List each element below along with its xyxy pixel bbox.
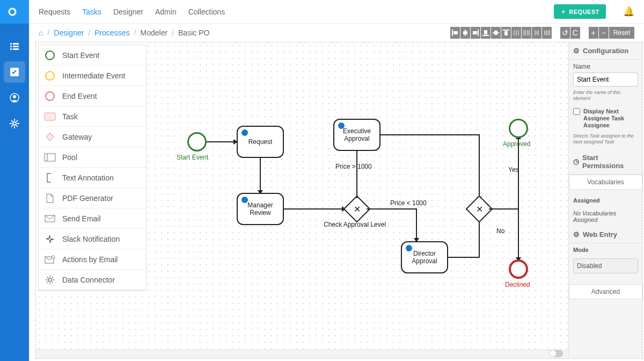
flow-dir-g2-v [479,219,480,258]
nav-designer[interactable]: Designer [113,8,143,16]
mode-label: Mode [569,243,642,256]
svg-rect-49 [46,133,54,140]
name-hint: Enter the name of this element [569,88,642,106]
task-label: Director Approval [402,250,447,265]
zoom-out-button[interactable]: − [599,27,609,39]
dist-h-button[interactable] [511,27,521,39]
user-icon: ◷ [573,157,579,165]
bpmn-task-director[interactable]: Director Approval [401,241,448,273]
notifications-icon[interactable]: 🔔 [623,6,634,17]
nav-admin[interactable]: Admin [155,8,177,16]
bpmn-end-declined[interactable] [509,259,528,279]
palette-actions-email[interactable]: Actions by Email [39,249,146,270]
palette-pool[interactable]: Pool [39,147,146,168]
flow-exec-g2-v [479,134,480,197]
svg-line-65 [52,281,53,283]
start-permissions-header[interactable]: ◷Start Permissions [569,149,642,175]
align-hcenter-button[interactable] [460,27,470,39]
svg-rect-3 [10,46,12,47]
align-right-button[interactable] [471,27,480,39]
palette-label: Gateway [62,133,92,141]
bpmn-task-manager[interactable]: Manager Review [237,193,284,225]
crumb-designer[interactable]: Designer [54,28,84,37]
palette-end-event[interactable]: End Event [39,86,146,106]
user-badge-icon [241,129,248,136]
svg-rect-56 [50,239,54,240]
crumb-modeler: Modeler [141,28,168,37]
palette-gateway[interactable]: Gateway [39,127,146,147]
user-badge-icon [338,122,345,129]
palette-slack[interactable]: Slack Notification [39,229,146,249]
bpmn-end-approved[interactable] [509,119,528,138]
display-next-checkbox[interactable] [573,108,580,115]
palette-send-email[interactable]: Send Email [39,208,146,229]
align-vcenter-button[interactable] [491,27,501,39]
display-next-checkbox-row[interactable]: Display Next Assignee Task Assignee [569,106,642,132]
palette-task[interactable]: Task [39,106,146,127]
svg-rect-4 [13,46,19,47]
svg-rect-20 [453,31,458,34]
svg-point-9 [13,95,16,98]
flow-g1-dir-v [416,208,417,238]
align-bottom-button[interactable] [481,27,491,39]
align-left-button[interactable] [450,27,460,39]
palette-label: Send Email [62,214,101,223]
display-next-label: Display Next Assignee Task Assignee [583,108,638,129]
breadcrumb-home-icon[interactable]: ⌂ [39,28,43,37]
palette-data-connector[interactable]: Data Connector [39,270,146,290]
flow-g2-split-h [489,208,519,210]
web-entry-label: Web Entry [583,230,617,239]
request-button[interactable]: ＋ REQUEST [554,4,606,19]
mail-action-icon [44,255,56,264]
rail-item-settings[interactable] [4,113,25,134]
bpmn-task-exec[interactable]: Executive Approval [333,119,380,151]
nav-tasks[interactable]: Tasks [82,8,101,16]
svg-point-46 [46,71,54,80]
palette-label: Start Event [62,51,99,60]
rail-item-tasks[interactable] [4,61,25,83]
nav-requests[interactable]: Requests [39,8,70,16]
palette-text-annotation[interactable]: Text Annotation [39,168,146,188]
mail-icon [44,215,56,222]
vocabularies-tab[interactable]: Vocabularies [569,175,642,190]
zoom-reset-button[interactable]: Reset [609,27,634,39]
flow-manager-gateway1 [284,208,342,210]
svg-point-45 [46,51,54,60]
undo-button[interactable]: ↺ [560,27,570,39]
web-entry-header[interactable]: ⚙Web Entry [569,226,642,243]
diamond-pink-icon [44,132,56,142]
svg-rect-26 [484,30,487,34]
bottom-toggle[interactable] [549,350,563,357]
svg-line-17 [11,126,13,127]
crumb-processes[interactable]: Processes [94,28,129,37]
bpmn-task-request[interactable]: Request [237,126,284,158]
palette-start-event[interactable]: Start Event [39,45,146,66]
svg-rect-28 [494,31,497,35]
svg-rect-1 [10,43,12,45]
palette-label: End Event [62,92,97,100]
palette-intermediate-event[interactable]: Intermediate Event [39,66,146,86]
dist-v-button[interactable] [532,27,541,39]
brand-logo[interactable] [0,0,29,24]
align-top-button[interactable] [501,27,511,39]
canvas-scrollbar[interactable] [36,350,568,358]
zoom-in-button[interactable]: + [589,27,598,39]
flow-g2-yes-v [518,139,519,209]
config-title: Configuration [583,47,628,55]
dist-h2-button[interactable] [522,27,531,39]
palette-pdf-generator[interactable]: PDF Generator [39,188,146,208]
dist-v2-button[interactable] [542,27,552,39]
flow-g1-dir-h [367,208,416,210]
name-input[interactable] [573,73,638,86]
bpmn-start-event[interactable] [187,132,207,151]
rail-item-list[interactable] [4,35,25,57]
config-header: ⚙Configuration [569,42,642,60]
redo-button[interactable]: C [570,27,580,39]
nav-collections[interactable]: Collections [188,8,225,16]
rail-item-user[interactable] [4,87,25,109]
advanced-tab[interactable]: Advanced [569,284,642,299]
svg-rect-22 [463,31,467,34]
svg-point-47 [46,92,54,100]
mode-select[interactable]: Disabled [573,258,638,273]
palette-label: Text Annotation [62,174,114,182]
